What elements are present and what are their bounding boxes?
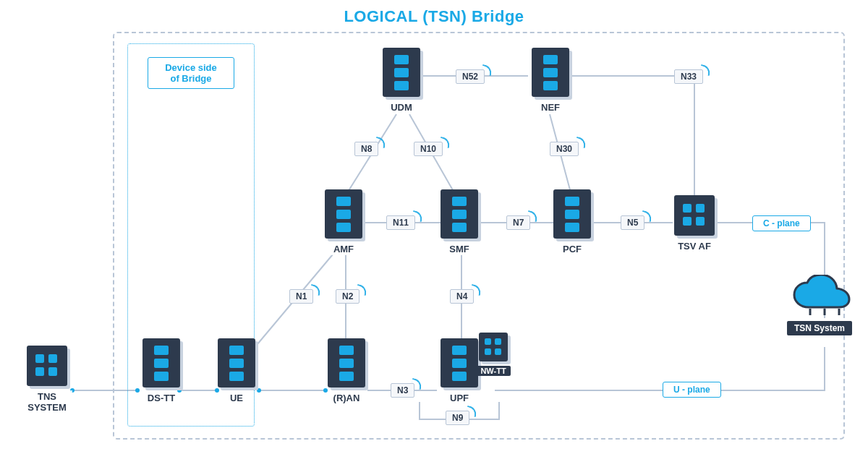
cube-icon bbox=[674, 195, 715, 236]
server-icon bbox=[328, 338, 365, 387]
if-n52: N52 bbox=[456, 69, 485, 84]
node-label: UE bbox=[227, 392, 246, 404]
node-label: UDM bbox=[388, 101, 415, 113]
if-n33: N33 bbox=[674, 69, 703, 84]
node-label: UPF bbox=[447, 392, 472, 404]
server-icon bbox=[532, 48, 569, 97]
node-pcf: PCF bbox=[547, 189, 597, 255]
node-amf: AMF bbox=[318, 189, 369, 255]
server-icon bbox=[142, 338, 180, 387]
if-n30: N30 bbox=[550, 142, 579, 156]
cloud-icon bbox=[787, 275, 859, 318]
node-label: SMF bbox=[446, 243, 472, 255]
cube-icon bbox=[479, 333, 508, 361]
node-label: DS-TT bbox=[145, 392, 178, 404]
node-tns-system: TNS SYSTEM bbox=[22, 346, 72, 414]
node-label: AMF bbox=[331, 243, 357, 255]
node-label: NW-TT bbox=[476, 366, 510, 376]
node-ran: (R)AN bbox=[321, 338, 372, 404]
node-nef: NEF bbox=[525, 48, 576, 113]
node-tsv-af: TSV AF bbox=[665, 195, 723, 252]
if-n1: N1 bbox=[289, 289, 313, 304]
if-n3: N3 bbox=[391, 383, 414, 398]
server-icon bbox=[383, 48, 420, 97]
if-n2: N2 bbox=[336, 289, 359, 304]
node-udm: UDM bbox=[376, 48, 427, 113]
node-label: NEF bbox=[538, 101, 563, 113]
server-icon bbox=[325, 189, 362, 239]
diagram-title: LOGICAL (TSN) Bridge bbox=[0, 7, 868, 26]
node-smf: SMF bbox=[434, 189, 485, 255]
node-label: TSV AF bbox=[675, 240, 714, 252]
server-icon bbox=[441, 189, 478, 239]
node-label: (R)AN bbox=[331, 392, 363, 404]
if-n4: N4 bbox=[450, 289, 474, 304]
if-n5: N5 bbox=[621, 215, 644, 230]
u-plane-label: U - plane bbox=[663, 382, 721, 398]
device-side-label: Device side of Bridge bbox=[148, 57, 234, 89]
node-label: PCF bbox=[560, 243, 584, 255]
node-ue: UE bbox=[211, 338, 262, 404]
server-icon bbox=[218, 338, 255, 387]
if-n11: N11 bbox=[386, 215, 415, 230]
if-n7: N7 bbox=[506, 215, 530, 230]
server-icon bbox=[553, 189, 591, 239]
cube-icon bbox=[27, 346, 67, 386]
if-n8: N8 bbox=[354, 142, 378, 156]
node-ds-tt: DS-TT bbox=[136, 338, 187, 404]
if-n9: N9 bbox=[446, 411, 469, 425]
node-nw-tt: NW-TT bbox=[472, 333, 515, 376]
tsn-system-label: TSN System bbox=[787, 321, 852, 335]
node-label: TNS SYSTEM bbox=[22, 390, 72, 414]
if-n10: N10 bbox=[414, 142, 443, 156]
c-plane-label: C - plane bbox=[752, 215, 811, 231]
